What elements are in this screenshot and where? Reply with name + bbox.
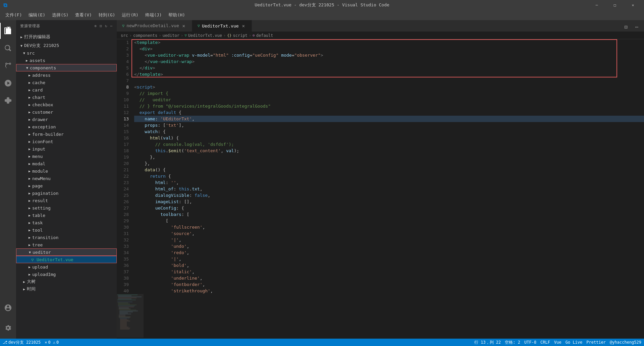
- sidebar-item-open-editors[interactable]: ▶ 打开的编辑器: [16, 33, 117, 41]
- sidebar-item-chart[interactable]: ▶ chart: [16, 94, 117, 101]
- sidebar-item-result[interactable]: ▶ result: [16, 197, 117, 204]
- menu-help[interactable]: 帮助(H): [166, 11, 187, 19]
- breadcrumb-default[interactable]: default: [256, 33, 273, 38]
- tab1-close-button[interactable]: ✕: [181, 23, 186, 28]
- customer-label: customer: [32, 110, 53, 115]
- sidebar-item-upload[interactable]: ▶ upload: [16, 263, 117, 271]
- lines-container[interactable]: 1234567 8 9101112 13 14151617181920 2122…: [117, 39, 644, 339]
- menu-view[interactable]: 查看(V): [72, 11, 94, 19]
- status-spaces[interactable]: 空格: 2: [505, 340, 520, 345]
- breadcrumb-src[interactable]: src: [121, 33, 128, 38]
- status-branch[interactable]: ⎇ dev分支 221025: [3, 340, 41, 345]
- tab2-close-button[interactable]: ✕: [241, 23, 246, 28]
- input-label: input: [32, 147, 45, 152]
- module-arrow: ▶: [27, 168, 32, 174]
- source-control-icon[interactable]: [0, 58, 16, 74]
- modal-label: modal: [32, 161, 45, 166]
- branch-name: dev分支 221025: [8, 340, 41, 345]
- maximize-button[interactable]: □: [607, 0, 623, 10]
- code-line-31: 'source',: [134, 230, 644, 237]
- sidebar-item-transition[interactable]: ▶ transition: [16, 234, 117, 241]
- sidebar-item-setting[interactable]: ▶ setting: [16, 204, 117, 212]
- breadcrumb-file[interactable]: UeditorTxt.vue: [188, 33, 222, 38]
- sidebar-item-input[interactable]: ▶ input: [16, 145, 117, 153]
- sidebar-item-iconfont[interactable]: ▶ iconFont: [16, 138, 117, 145]
- sidebar-item-pagination[interactable]: ▶ pagination: [16, 189, 117, 197]
- sidebar-item-address[interactable]: ▶ address: [16, 71, 117, 79]
- menu-edit[interactable]: 编辑(E): [26, 11, 48, 19]
- breadcrumb-components[interactable]: components: [133, 33, 157, 38]
- status-golive[interactable]: Go Live: [566, 340, 583, 345]
- sidebar-item-shijian[interactable]: ▶ 时间: [16, 285, 117, 293]
- sidebar-item-card[interactable]: ▶ card: [16, 86, 117, 94]
- menu-goto[interactable]: 转到(G): [96, 11, 118, 19]
- sidebar-item-dashu[interactable]: ▶ 大树: [16, 278, 117, 285]
- code-line-32: '|',: [134, 237, 644, 243]
- sidebar-item-ueditortxt[interactable]: ▽ UeditorTxt.vue: [16, 256, 117, 263]
- tab-newproducedetail[interactable]: ▽ newProduceDetail.vue ✕: [117, 20, 192, 32]
- account-icon[interactable]: [0, 300, 16, 316]
- sidebar-item-task[interactable]: ▶ task: [16, 219, 117, 226]
- sidebar-item-tool[interactable]: ▶ tool: [16, 226, 117, 234]
- breadcrumb-script[interactable]: script: [233, 33, 247, 38]
- status-line-ending[interactable]: CRLF: [540, 340, 550, 345]
- status-errors[interactable]: ✕ 0 ⚠ 0: [45, 340, 59, 345]
- refresh-icon[interactable]: ↻: [105, 24, 108, 28]
- sidebar-item-tree[interactable]: ▶ tree: [16, 241, 117, 248]
- code-content-panel[interactable]: <template> <div> <vue-ueditor-wrap v-mod…: [131, 39, 644, 294]
- address-label: address: [32, 73, 51, 78]
- status-language[interactable]: Vue: [554, 340, 561, 345]
- sidebar-item-modal[interactable]: ▶ modal: [16, 160, 117, 167]
- sidebar-item-components[interactable]: ▼ components: [16, 64, 117, 71]
- sidebar-item-customer[interactable]: ▶ customer: [16, 108, 117, 116]
- new-file-icon[interactable]: ⊕: [95, 24, 97, 28]
- search-activity-icon[interactable]: [0, 40, 16, 56]
- sidebar-item-drawer[interactable]: ▶ drawer: [16, 116, 117, 123]
- menu-file[interactable]: 文件(F): [3, 11, 24, 19]
- new-folder-icon[interactable]: ⊡: [100, 24, 102, 28]
- tab-ueditortxt[interactable]: ▽ UeditorTxt.vue ✕: [192, 20, 252, 32]
- sidebar: 资源管理器 ⊕ ⊡ ↻ ⋯ ▶ 打开的编辑器 ▼ DEV分支 221025: [16, 20, 117, 339]
- breadcrumb-ueditor[interactable]: ueditor: [162, 33, 179, 38]
- sidebar-item-menu[interactable]: ▶ menu: [16, 153, 117, 160]
- tab1-label: newProduceDetail.vue: [126, 23, 179, 28]
- status-user[interactable]: @yhaccheng529: [610, 340, 641, 345]
- split-editor-button[interactable]: ⊟: [621, 22, 631, 32]
- collapse-all-icon[interactable]: ⋯: [110, 24, 113, 28]
- sidebar-item-uploadimg[interactable]: ▶ uploadImg: [16, 271, 117, 278]
- sidebar-item-assets[interactable]: ▶ assets: [16, 57, 117, 64]
- menu-run[interactable]: 运行(R): [119, 11, 141, 19]
- code-line-29: [: [134, 218, 644, 224]
- sidebar-item-dev-branch[interactable]: ▼ DEV分支 221025: [16, 42, 117, 49]
- breadcrumb-func-icon: ⊙: [253, 33, 255, 38]
- close-button[interactable]: ✕: [625, 0, 641, 10]
- menu-select[interactable]: 选择(S): [49, 11, 71, 19]
- sidebar-item-newmenu[interactable]: ▶ newMenu: [16, 175, 117, 182]
- minimize-button[interactable]: ─: [589, 0, 604, 10]
- code-line-38: 'underline',: [134, 275, 644, 281]
- sidebar-item-form-builder[interactable]: ▶ form-builder: [16, 130, 117, 138]
- sidebar-item-src[interactable]: ▼ src: [16, 49, 117, 57]
- sidebar-item-table[interactable]: ▶ table: [16, 212, 117, 219]
- status-line-col[interactable]: 行 13，列 22: [474, 340, 501, 345]
- components-label: components: [30, 65, 56, 70]
- ueditortxt-file-label: UeditorTxt.vue: [37, 257, 73, 262]
- more-actions-button[interactable]: ⋯: [632, 22, 641, 32]
- assets-label: assets: [30, 58, 45, 63]
- menu-terminal[interactable]: 终端(J): [143, 11, 164, 19]
- newmenu-arrow: ▶: [27, 176, 32, 181]
- run-debug-icon[interactable]: [0, 75, 16, 91]
- sidebar-item-page[interactable]: ▶ page: [16, 182, 117, 189]
- status-prettier[interactable]: Prettier: [586, 340, 606, 345]
- sidebar-item-module[interactable]: ▶ module: [16, 167, 117, 175]
- status-encoding[interactable]: UTF-8: [524, 340, 536, 345]
- code-line-8: <script>: [134, 84, 644, 90]
- code-line-5: </div>: [134, 65, 644, 71]
- sidebar-item-checkbox[interactable]: ▶ checkbox: [16, 101, 117, 108]
- sidebar-item-cache[interactable]: ▶ cache: [16, 79, 117, 86]
- explorer-icon[interactable]: [0, 23, 16, 39]
- extensions-icon[interactable]: [0, 93, 16, 109]
- sidebar-item-ueditor[interactable]: ▼ ueditor: [16, 248, 117, 256]
- settings-icon[interactable]: [0, 320, 16, 336]
- sidebar-item-exception[interactable]: ▶ exception: [16, 123, 117, 130]
